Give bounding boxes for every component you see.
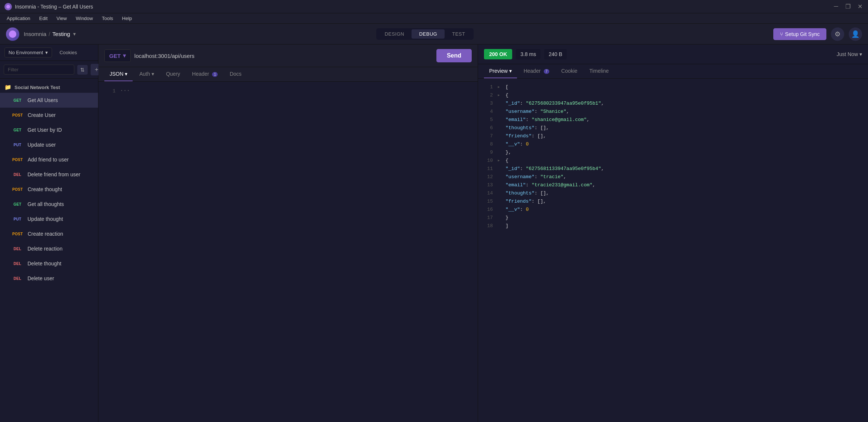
sidebar-item-get-user-by-id[interactable]: GETGet User by ID (0, 122, 98, 137)
response-timestamp-area: Just Now ▾ (836, 51, 862, 57)
method-badge: DEL (10, 261, 25, 266)
req-tab-auth[interactable]: Auth ▾ (134, 67, 159, 81)
code-line: 15 "friends": [], (484, 197, 862, 206)
top-bar-tabs: DESIGN DEBUG TEST (376, 28, 474, 40)
git-icon: ⑂ (780, 31, 783, 37)
code-line: 14 "thoughts": [], (484, 189, 862, 197)
body-placeholder: ··· (120, 88, 130, 94)
resp-tab-preview-label: Preview (489, 68, 508, 74)
environment-selector[interactable]: No Environment ▾ (4, 48, 52, 58)
sidebar-item-label: Add friend to user (27, 157, 69, 163)
line-number: 8 (484, 140, 493, 148)
line-arrow (497, 108, 501, 116)
sidebar-item-label: Delete user (27, 275, 54, 281)
resp-tab-header[interactable]: Header 7 (518, 64, 555, 78)
line-arrow (497, 173, 501, 181)
menu-application[interactable]: Application (3, 15, 34, 22)
sidebar-items-list: GETGet All UsersPOSTCreate UserGETGet Us… (0, 93, 98, 286)
line-number: 6 (484, 124, 493, 132)
line-arrow (497, 140, 501, 148)
send-button[interactable]: Send (436, 49, 472, 62)
url-input[interactable] (134, 53, 433, 59)
close-button[interactable]: ✕ (856, 3, 864, 10)
method-badge: POST (10, 112, 25, 118)
sort-icon: ⇅ (80, 67, 85, 73)
line-content: "thoughts": [], (505, 124, 549, 132)
req-tab-json-label: JSON (110, 71, 123, 77)
method-badge: DEL (10, 172, 25, 177)
line-content: } (505, 214, 508, 222)
line-arrow: ▸ (497, 83, 501, 91)
line-content: "username": "tracie", (505, 173, 566, 181)
minimize-button[interactable]: ─ (832, 3, 840, 10)
line-arrow (497, 124, 501, 132)
code-line: 4 "username": "Shanice", (484, 108, 862, 116)
sidebar-item-get-all-thoughts[interactable]: GETGet all thoughts (0, 197, 98, 212)
settings-button[interactable]: ⚙ (831, 27, 844, 41)
req-tab-docs[interactable]: Docs (224, 67, 247, 81)
env-bar: No Environment ▾ Cookies (0, 45, 98, 61)
menu-tools[interactable]: Tools (98, 15, 117, 22)
line-arrow (497, 197, 501, 206)
sidebar-item-delete-thought[interactable]: DELDelete thought (0, 256, 98, 271)
maximize-button[interactable]: ❐ (844, 3, 852, 10)
sidebar-item-create-thought[interactable]: POSTCreate thought (0, 182, 98, 197)
sidebar-item-delete-reaction[interactable]: DELDelete reaction (0, 241, 98, 256)
tab-debug[interactable]: DEBUG (412, 29, 445, 39)
code-line: 3 "_id": "6275680233947aa95e0f95b1", (484, 99, 862, 108)
sidebar-item-get-all-users[interactable]: GETGet All Users (0, 93, 98, 108)
code-line: 17 } (484, 214, 862, 222)
code-lines-container: 1▸[2▸ {3 "_id": "6275680233947aa95e0f95b… (484, 83, 862, 230)
resp-tab-cookie[interactable]: Cookie (556, 64, 583, 78)
tab-design[interactable]: DESIGN (377, 29, 412, 39)
breadcrumb-current[interactable]: Testing (52, 31, 70, 37)
method-selector[interactable]: GET ▾ (104, 49, 131, 62)
sort-button[interactable]: ⇅ (77, 65, 88, 75)
line-content: "__v": 0 (505, 140, 529, 148)
resp-tab-timeline[interactable]: Timeline (584, 64, 614, 78)
line-content: "__v": 0 (505, 206, 529, 214)
line-content: }, (505, 148, 511, 157)
req-tab-json[interactable]: JSON ▾ (104, 67, 133, 81)
line-content: "friends": [], (505, 197, 546, 206)
sidebar-item-delete-friend-from-user[interactable]: DELDelete friend from user (0, 167, 98, 182)
line-number: 10 (484, 157, 493, 165)
line-number: 3 (484, 99, 493, 108)
req-tab-header[interactable]: Header 1 (187, 67, 223, 81)
body-line-number: 1 (104, 88, 116, 95)
breadcrumb-root[interactable]: Insomnia (24, 31, 46, 37)
menu-edit[interactable]: Edit (36, 15, 51, 22)
req-tab-query[interactable]: Query (161, 67, 185, 81)
cookies-button[interactable]: Cookies (56, 48, 80, 57)
env-dropdown-icon: ▾ (45, 50, 48, 55)
user-account-button[interactable]: 👤 (849, 27, 862, 41)
resp-tab-preview[interactable]: Preview ▾ (484, 64, 517, 78)
app-logo (6, 27, 19, 41)
filter-input[interactable] (4, 65, 74, 75)
preview-dropdown-icon: ▾ (509, 68, 512, 74)
sidebar-item-update-thought[interactable]: PUTUpdate thought (0, 212, 98, 226)
menu-help[interactable]: Help (118, 15, 136, 22)
sidebar-item-label: Delete reaction (27, 246, 62, 252)
sidebar-item-add-friend-to-user[interactable]: POSTAdd friend to user (0, 152, 98, 167)
menu-window[interactable]: Window (72, 15, 97, 22)
sidebar-item-label: Update thought (27, 216, 63, 222)
tab-test[interactable]: TEST (445, 29, 472, 39)
title-bar: Insomnia - Testing – Get All Users ─ ❐ ✕ (0, 0, 868, 13)
sidebar-item-create-reaction[interactable]: POSTCreate reaction (0, 226, 98, 241)
line-number: 9 (484, 148, 493, 157)
sidebar-item-update-user[interactable]: PUTUpdate user (0, 137, 98, 152)
method-badge: POST (10, 231, 25, 237)
sidebar-item-delete-user[interactable]: DELDelete user (0, 271, 98, 286)
sidebar-item-create-user[interactable]: POSTCreate User (0, 108, 98, 122)
line-content: { (505, 91, 508, 99)
json-dropdown-icon: ▾ (125, 71, 127, 77)
line-content: "username": "Shanice", (505, 108, 569, 116)
menu-view[interactable]: View (53, 15, 71, 22)
line-number: 18 (484, 222, 493, 230)
line-number: 16 (484, 206, 493, 214)
breadcrumb-dropdown-icon[interactable]: ▼ (72, 32, 77, 37)
setup-git-button[interactable]: ⑂ Setup Git Sync (773, 28, 826, 40)
sidebar-group-header[interactable]: 📁 Social Network Test (0, 82, 98, 93)
line-number: 17 (484, 214, 493, 222)
